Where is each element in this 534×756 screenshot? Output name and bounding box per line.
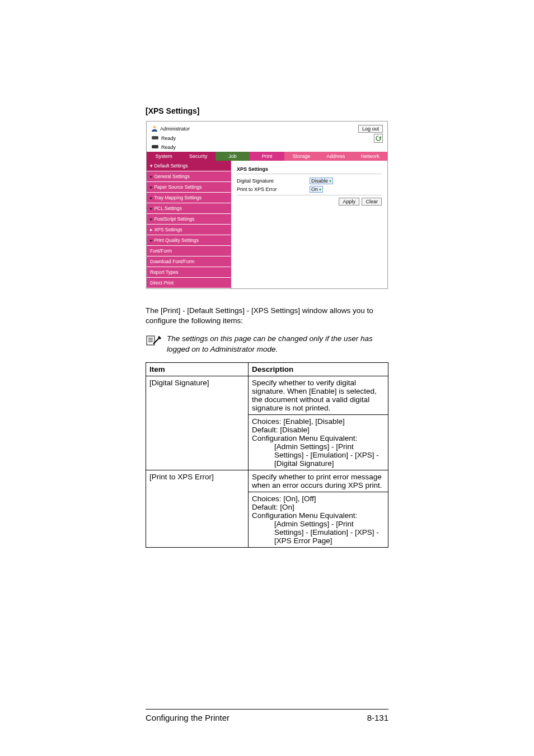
footer-page-number: 8-131 xyxy=(367,713,388,722)
r2-choices: Choices: [On], [Off] xyxy=(252,494,316,503)
tab-network[interactable]: Network xyxy=(353,152,387,161)
svg-rect-2 xyxy=(152,145,158,148)
r2-menu-path: [Admin Settings] - [Print Settings] - [E… xyxy=(252,520,385,545)
svg-rect-1 xyxy=(152,136,158,139)
label-digital-signature: Digital Signature xyxy=(237,178,310,184)
sidebar-item-pcl-settings[interactable]: PCL Settings xyxy=(147,203,231,214)
note-icon xyxy=(146,335,161,348)
svg-point-0 xyxy=(153,126,156,129)
settings-table: Item Description [Digital Signature] Spe… xyxy=(146,362,388,548)
tab-job[interactable]: Job xyxy=(216,152,250,161)
tab-storage[interactable]: Storage xyxy=(284,152,318,161)
admin-icon xyxy=(151,125,158,133)
sidebar-item-report-types[interactable]: Report Types xyxy=(147,267,231,278)
cell-desc-print-to-xps-error-a: Specify whether to print error message w… xyxy=(249,470,388,492)
intro-paragraph: The [Print] - [Default Settings] - [XPS … xyxy=(146,306,388,326)
status-ready-1: Ready xyxy=(161,136,176,141)
sidebar-item-postscript-settings[interactable]: PostScript Settings xyxy=(147,214,231,225)
sidebar-item-tray-mapping-settings[interactable]: Tray Mapping Settings xyxy=(147,193,231,203)
admin-label: Administrator xyxy=(160,126,190,132)
th-description: Description xyxy=(249,362,388,376)
cell-desc-print-to-xps-error-b: Choices: [On], [Off] Default: [On] Confi… xyxy=(249,492,388,547)
sidebar-item-xps-settings[interactable]: XPS Settings xyxy=(147,225,231,235)
cell-item-digital-signature: [Digital Signature] xyxy=(146,376,249,470)
logout-button[interactable]: Log out xyxy=(358,125,383,133)
th-item: Item xyxy=(146,362,249,376)
sidebar-item-paper-source-settings[interactable]: Paper Source Settings xyxy=(147,182,231,193)
printer-icon xyxy=(151,135,159,142)
panel-title: XPS Settings xyxy=(237,166,382,174)
sidebar-item-print-quality-settings[interactable]: Print Quality Settings xyxy=(147,235,231,246)
tab-security[interactable]: Security xyxy=(181,152,215,161)
apply-button[interactable]: Apply xyxy=(339,198,359,206)
sidebar-item-general-settings[interactable]: General Settings xyxy=(147,171,231,182)
tab-print[interactable]: Print xyxy=(250,152,284,161)
r1-menu-path: [Admin Settings] - [Print Settings] - [E… xyxy=(252,442,385,468)
r1-choices: Choices: [Enable], [Disable] xyxy=(252,417,345,426)
footer-section-title: Configuring the Printer xyxy=(146,713,229,722)
r2-default: Default: [On] xyxy=(252,503,294,511)
select-print-to-xps-error[interactable]: On xyxy=(310,186,323,193)
embedded-screenshot: Administrator Log out Ready Ready System… xyxy=(146,121,388,289)
section-heading: [XPS Settings] xyxy=(146,106,388,115)
label-print-to-xps-error: Print to XPS Error xyxy=(237,186,310,192)
sidebar-item-direct-print[interactable]: Direct Print xyxy=(147,278,231,288)
toner-icon xyxy=(151,144,159,151)
select-digital-signature[interactable]: Disable xyxy=(310,178,333,184)
cell-item-print-to-xps-error: [Print to XPS Error] xyxy=(146,470,249,547)
sidebar-item-download-font-form[interactable]: Download Font/Form xyxy=(147,256,231,267)
sidebar-item-font-form[interactable]: Font/Form xyxy=(147,246,231,256)
refresh-icon[interactable] xyxy=(374,134,383,143)
status-ready-2: Ready xyxy=(161,144,176,150)
cell-desc-digital-signature-a: Specify whether to verify digital signat… xyxy=(249,376,388,414)
r2-menu-eq: Configuration Menu Equivalent: xyxy=(252,511,357,520)
r1-default: Default: [Disable] xyxy=(252,426,310,434)
cell-desc-digital-signature-b: Choices: [Enable], [Disable] Default: [D… xyxy=(249,414,388,470)
tab-system[interactable]: System xyxy=(147,152,181,161)
sidebar-item-default-settings[interactable]: Default Settings xyxy=(147,161,231,171)
tab-bar: System Security Job Print Storage Addres… xyxy=(147,152,387,161)
note-text: The settings on this page can be changed… xyxy=(167,334,388,354)
clear-button[interactable]: Clear xyxy=(362,198,382,206)
tab-address[interactable]: Address xyxy=(318,152,353,161)
sidebar: Default Settings General Settings Paper … xyxy=(147,161,231,288)
r1-menu-eq: Configuration Menu Equivalent: xyxy=(252,434,357,442)
